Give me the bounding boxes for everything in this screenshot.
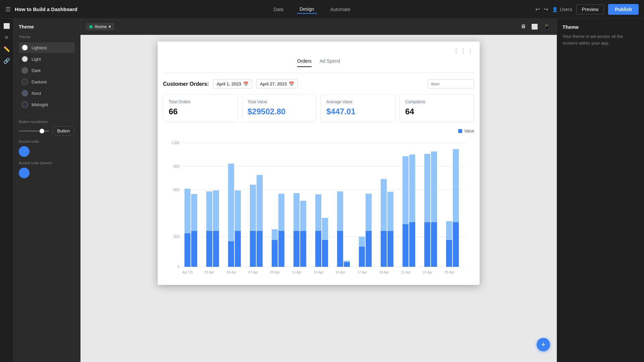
tab-data[interactable]: Data [271,5,286,13]
svg-rect-41 [344,262,350,267]
svg-rect-19 [228,241,234,267]
svg-text:13 Apr: 13 Apr [314,270,324,274]
app-tab-adspend[interactable]: Ad Spend [320,58,340,67]
svg-rect-11 [184,233,191,267]
svg-rect-27 [272,240,278,267]
stat-cards: Total Orders 66 Total Value $29502.80 Av… [163,94,474,122]
theme-dot-nord [21,90,28,97]
canvas-area: /home ▾ 🖥 ⬜ 📱 ⋮⋮⋮ Orders Ad Sp [80,19,557,362]
svg-text:21 Apr: 21 Apr [401,270,411,274]
mobile-view-icon[interactable]: 📱 [542,22,551,31]
svg-text:03 Apr: 03 Apr [205,270,215,274]
svg-rect-43 [359,247,365,267]
theme-option-dark[interactable]: Dark [19,65,75,76]
accent-hover-color-picker[interactable] [19,168,30,178]
svg-text:11 Apr: 11 Apr [292,270,302,274]
stats-header: Customer Orders: April 1, 2023 📅 April 2… [163,79,474,88]
app-tabs: Orders Ad Spend [297,58,340,67]
button-roundness-slider[interactable] [19,130,49,132]
button-roundness-label: Button roundness [19,120,75,124]
frame-dots-icon[interactable]: ⋮⋮⋮ [453,47,474,54]
divider-1 [19,115,75,115]
svg-rect-17 [213,231,219,267]
undo-icon[interactable]: ↩ [535,6,540,12]
theme-label-midnight: Midnight [32,102,48,107]
date-from-input[interactable]: April 1, 2023 📅 [213,79,252,88]
app-frame: ⋮⋮⋮ Orders Ad Spend Customer Orders: Apr… [158,42,480,285]
date-to-input[interactable]: April 27, 2023 📅 [256,79,298,88]
svg-rect-33 [300,231,306,267]
calendar-to-icon: 📅 [289,81,294,86]
svg-rect-25 [257,231,263,267]
desktop-view-icon[interactable]: 🖥 [519,22,527,31]
svg-rect-51 [402,224,409,267]
chart-container: Value 1200 900 80 [163,129,474,280]
date-to-value: April 27, 2023 [260,81,287,86]
chart-area: 1200 900 800 300 0 [163,136,474,277]
preview-button[interactable]: Preview [576,4,604,14]
topbar-right: ↩ ↪ 👤 Users Preview Publish [538,4,639,15]
theme-dot-midnight [21,101,28,108]
topbar-left: ☰ How to Build a Dashboard [5,6,86,13]
theme-dot-lightest [21,44,28,51]
tab-design[interactable]: Design [297,5,317,14]
accent-color-picker[interactable] [19,146,30,157]
svg-rect-53 [409,222,415,267]
stat-value-avg-value: $447.01 [326,107,390,116]
main-layout: ⬜ ≡ ✏️ 🔗 Theme Theme Lightest Light Dark… [0,19,644,362]
nav-tabs: Data Design Automate [86,5,538,14]
svg-text:15 Apr: 15 Apr [336,270,346,274]
theme-option-lightest[interactable]: Lightest [19,42,75,53]
svg-text:300: 300 [173,235,179,239]
publish-button[interactable]: Publish [608,4,639,15]
accent-color-label: Accent color [19,139,75,143]
accent-hover-label: Accent color (hover) [19,161,75,165]
right-panel-title: Theme [562,24,639,30]
tablet-view-icon[interactable]: ⬜ [530,22,539,31]
svg-text:900: 900 [173,164,179,168]
stat-label-complaints: Complaints [405,100,469,104]
svg-text:Apr '23: Apr '23 [182,270,193,274]
svg-rect-29 [278,231,284,267]
page-indicator[interactable]: /home ▾ [86,23,114,31]
svg-rect-23 [250,231,256,267]
svg-rect-35 [315,231,321,267]
stat-value-total-orders: 66 [169,107,232,116]
svg-rect-61 [453,222,459,267]
svg-text:09 Apr: 09 Apr [270,270,280,274]
legend-label: Value [464,129,474,133]
chart-legend: Value [163,129,474,133]
legend-dot [458,129,462,133]
sidebar-screen-icon[interactable]: ⬜ [3,23,10,29]
page-status-dot [89,25,93,28]
theme-option-darkest[interactable]: Darkest [19,76,75,87]
theme-label-dark: Dark [32,68,41,73]
redo-icon[interactable]: ↪ [544,6,548,12]
theme-option-midnight[interactable]: Midnight [19,99,75,110]
sidebar-layers-icon[interactable]: ≡ [5,35,8,41]
button-roundness-row: Button [19,126,75,135]
theme-label-nord: Nord [32,91,41,96]
theme-option-light[interactable]: Light [19,54,75,64]
stat-card-avg-value: Average Value $447.01 [321,94,395,122]
button-preview[interactable]: Button [52,126,75,135]
sidebar-theme-icon[interactable]: ✏️ [3,46,10,52]
users-button[interactable]: 👤 Users [552,7,572,12]
fab-add-button[interactable]: + [537,338,550,351]
view-icons: 🖥 ⬜ 📱 [519,22,551,31]
theme-dot-dark [21,67,28,74]
right-panel-description: Your theme is set across all the screens… [562,33,639,46]
theme-dot-light [21,56,28,62]
tab-automate[interactable]: Automate [328,5,353,13]
users-label: Users [560,7,572,12]
theme-option-nord[interactable]: Nord [19,88,75,99]
theme-label-lightest: Lightest [32,45,47,50]
app-tab-orders[interactable]: Orders [297,58,312,67]
stat-label-avg-value: Average Value [326,100,390,104]
item-filter-input[interactable] [427,79,474,88]
svg-rect-49 [387,231,393,267]
sidebar-link-icon[interactable]: 🔗 [3,58,10,64]
topbar: ☰ How to Build a Dashboard Data Design A… [0,0,644,19]
hamburger-icon[interactable]: ☰ [5,6,11,13]
svg-rect-31 [293,231,300,267]
